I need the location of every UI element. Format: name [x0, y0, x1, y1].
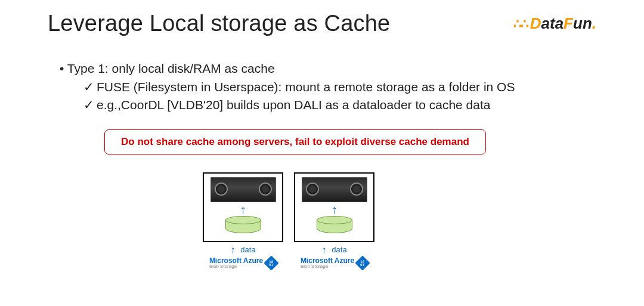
azure-blob-icon: 10 01 [264, 255, 278, 270]
server-box: ↑ [294, 172, 374, 242]
local-cache-cylinder-icon [317, 216, 352, 236]
arrow-up-icon: ↑ [230, 245, 236, 255]
data-flow-row: ↑ data [321, 245, 346, 255]
callout-box: Do not share cache among servers, fail t… [104, 129, 486, 154]
sub-bullet-list: FUSE (Filesystem in Userspace): mount a … [60, 78, 596, 115]
data-flow-row: ↑ data [230, 245, 255, 255]
gpu-card-icon [302, 177, 367, 202]
arrow-up-icon: ↑ [332, 203, 338, 215]
local-cache-cylinder-icon [225, 216, 261, 236]
azure-sub: Blob Storage [301, 264, 354, 269]
content-area: Type 1: only local disk/RAM as cache FUS… [48, 61, 596, 269]
logo-text: DataFun. [530, 14, 596, 33]
azure-sub: Blob Storage [209, 264, 263, 269]
azure-blob-icon: 10 01 [355, 255, 370, 270]
data-label: data [240, 245, 255, 254]
logo-dots-icon: ∴∴ [513, 16, 528, 32]
arrow-up-icon: ↑ [321, 245, 327, 255]
azure-blob-source: Microsoft Azure Blob Storage 10 01 [209, 257, 277, 269]
gpu-card-icon [210, 177, 276, 202]
data-label: data [332, 245, 346, 254]
slide: Leverage Local storage as Cache ∴∴ DataF… [0, 0, 644, 269]
server-box: ↑ [203, 172, 283, 242]
bullet-type1: Type 1: only local disk/RAM as cache [60, 61, 596, 76]
architecture-diagram: ↑ ↑ data Microsoft Azure Blob Storage 10… [203, 172, 596, 269]
sub-bullet-fuse: FUSE (Filesystem in Userspace): mount a … [83, 78, 596, 96]
slide-header: Leverage Local storage as Cache ∴∴ DataF… [48, 11, 596, 36]
slide-title: Leverage Local storage as Cache [48, 11, 390, 36]
sub-bullet-coordl: e.g.,CoorDL [VLDB'20] builds upon DALI a… [83, 96, 596, 114]
datafun-logo: ∴∴ DataFun. [513, 14, 596, 33]
callout-text: Do not share cache among servers, fail t… [121, 136, 469, 147]
server-stack-1: ↑ ↑ data Microsoft Azure Blob Storage 10… [203, 172, 283, 269]
arrow-up-icon: ↑ [240, 203, 246, 215]
server-stack-2: ↑ ↑ data Microsoft Azure Blob Storage 10… [294, 172, 374, 269]
azure-blob-source: Microsoft Azure Blob Storage 10 01 [301, 257, 368, 269]
